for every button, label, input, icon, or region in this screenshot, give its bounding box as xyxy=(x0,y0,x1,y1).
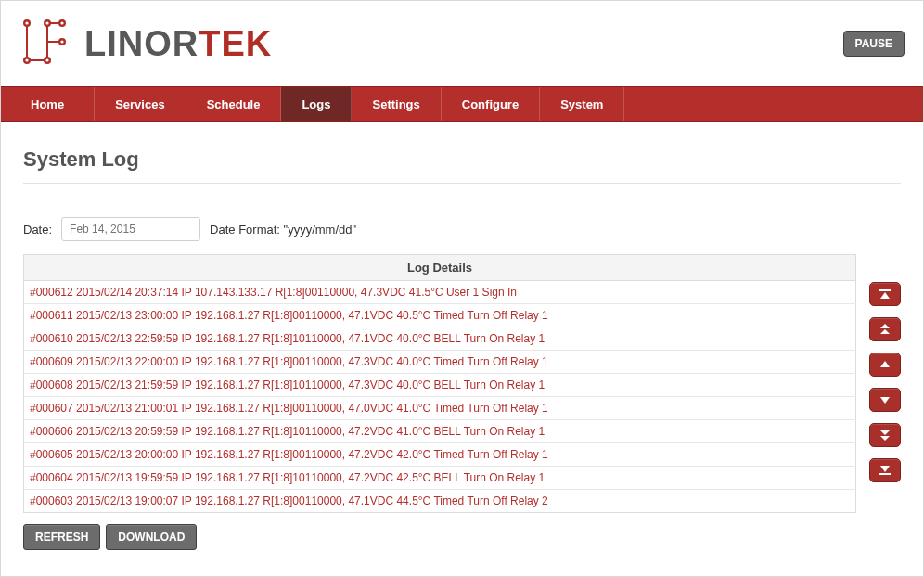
logo-icon xyxy=(19,16,71,71)
svg-point-14 xyxy=(45,21,48,24)
log-cell: #000612 2015/02/14 20:37:14 IP 107.143.1… xyxy=(24,281,856,304)
svg-rect-17 xyxy=(879,289,891,291)
svg-point-15 xyxy=(60,21,63,24)
log-cell: #000608 2015/02/13 21:59:59 IP 192.168.1… xyxy=(24,374,856,397)
logo-text: LINORTEK xyxy=(84,24,272,64)
scroll-up-button[interactable] xyxy=(869,353,901,377)
nav-item-home[interactable]: Home xyxy=(1,87,95,121)
log-cell: #000604 2015/02/13 19:59:59 IP 192.168.1… xyxy=(24,467,856,490)
log-cell: #000609 2015/02/13 22:00:00 IP 192.168.1… xyxy=(24,351,856,374)
logo: LINORTEK xyxy=(19,16,272,71)
log-row: #000607 2015/02/13 21:00:01 IP 192.168.1… xyxy=(24,397,856,420)
scroll-first-button[interactable] xyxy=(869,282,901,306)
header: LINORTEK PAUSE xyxy=(1,1,923,86)
log-cell: #000603 2015/02/13 19:00:07 IP 192.168.1… xyxy=(24,490,856,513)
svg-rect-26 xyxy=(879,473,891,475)
app-frame: LINORTEK PAUSE HomeServicesScheduleLogsS… xyxy=(0,0,924,577)
content: System Log Date: Date Format: "yyyy/mm/d… xyxy=(1,122,923,569)
scroll-page-down-button[interactable] xyxy=(869,423,901,447)
log-cell: #000610 2015/02/13 22:59:59 IP 192.168.1… xyxy=(24,327,856,351)
svg-marker-22 xyxy=(880,397,890,404)
svg-point-13 xyxy=(45,58,48,61)
divider xyxy=(23,183,901,184)
log-cell: #000607 2015/02/13 21:00:01 IP 192.168.1… xyxy=(24,397,856,420)
nav-item-schedule[interactable]: Schedule xyxy=(186,87,282,121)
refresh-button[interactable]: REFRESH xyxy=(23,524,100,550)
svg-point-12 xyxy=(25,58,28,61)
svg-point-11 xyxy=(25,21,28,24)
log-table-wrap: Log Details #000612 2015/02/14 20:37:14 … xyxy=(23,254,856,550)
log-header: Log Details xyxy=(24,255,856,281)
logo-accent: TEK xyxy=(199,24,272,63)
svg-marker-19 xyxy=(880,324,890,328)
nav-item-system[interactable]: System xyxy=(540,87,624,121)
nav-item-logs[interactable]: Logs xyxy=(281,87,352,121)
log-row: #000608 2015/02/13 21:59:59 IP 192.168.1… xyxy=(24,374,856,397)
pause-button[interactable]: PAUSE xyxy=(843,31,905,57)
svg-marker-24 xyxy=(880,436,890,441)
svg-marker-25 xyxy=(880,466,890,472)
log-row: #000604 2015/02/13 19:59:59 IP 192.168.1… xyxy=(24,467,856,490)
scroll-buttons xyxy=(869,254,901,482)
logo-first: LINOR xyxy=(84,24,199,63)
page-title: System Log xyxy=(23,147,901,172)
svg-marker-23 xyxy=(880,430,890,435)
nav-item-settings[interactable]: Settings xyxy=(352,87,441,121)
svg-marker-20 xyxy=(880,329,890,334)
log-row: #000610 2015/02/13 22:59:59 IP 192.168.1… xyxy=(24,327,856,351)
date-label: Date: xyxy=(23,223,52,237)
nav-item-services[interactable]: Services xyxy=(95,87,186,121)
scroll-last-button[interactable] xyxy=(869,458,901,482)
log-cell: #000606 2015/02/13 20:59:59 IP 192.168.1… xyxy=(24,420,856,443)
log-row: #000611 2015/02/13 23:00:00 IP 192.168.1… xyxy=(24,304,856,327)
navbar: HomeServicesScheduleLogsSettingsConfigur… xyxy=(1,86,923,122)
log-row: #000612 2015/02/14 20:37:14 IP 107.143.1… xyxy=(24,281,856,304)
date-input[interactable] xyxy=(61,217,200,241)
date-format-label: Date Format: "yyyy/mm/dd" xyxy=(210,223,356,237)
nav-item-configure[interactable]: Configure xyxy=(442,87,540,121)
date-row: Date: Date Format: "yyyy/mm/dd" xyxy=(23,217,901,241)
download-button[interactable]: DOWNLOAD xyxy=(106,524,197,550)
log-row: #000605 2015/02/13 20:00:00 IP 192.168.1… xyxy=(24,443,856,467)
log-row: #000603 2015/02/13 19:00:07 IP 192.168.1… xyxy=(24,490,856,513)
log-table: Log Details #000612 2015/02/14 20:37:14 … xyxy=(23,254,856,513)
log-area: Log Details #000612 2015/02/14 20:37:14 … xyxy=(23,254,901,550)
log-cell: #000605 2015/02/13 20:00:00 IP 192.168.1… xyxy=(24,443,856,467)
svg-point-16 xyxy=(60,40,63,43)
svg-marker-21 xyxy=(880,361,890,367)
scroll-down-button[interactable] xyxy=(869,388,901,412)
log-row: #000609 2015/02/13 22:00:00 IP 192.168.1… xyxy=(24,351,856,374)
log-row: #000606 2015/02/13 20:59:59 IP 192.168.1… xyxy=(24,420,856,443)
action-row: REFRESH DOWNLOAD xyxy=(23,524,856,550)
svg-marker-18 xyxy=(880,292,890,299)
log-cell: #000611 2015/02/13 23:00:00 IP 192.168.1… xyxy=(24,304,856,327)
scroll-page-up-button[interactable] xyxy=(869,317,901,341)
